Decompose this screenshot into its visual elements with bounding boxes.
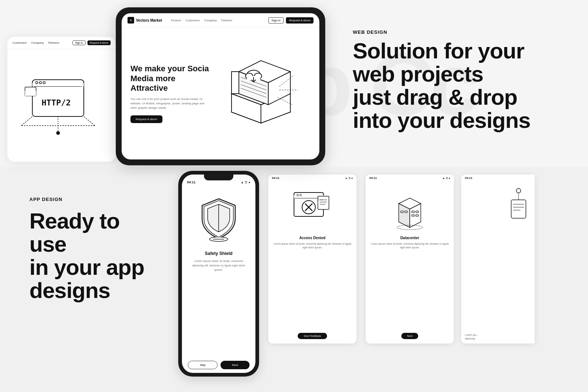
app-design-section-label: APP DESIGN (29, 197, 149, 202)
phone1-skip-button[interactable]: Skip (188, 361, 218, 369)
svg-rect-56 (416, 211, 419, 213)
left-card-demo-button[interactable]: Request A demo (87, 40, 111, 45)
tablet-screen: V Vectors Market Product Customers Compa… (122, 13, 319, 159)
svg-line-8 (84, 116, 95, 126)
left-nav-company: Company (31, 41, 44, 44)
datacenter-icon (388, 187, 432, 231)
web-design-text-area: WEB DESIGN Solution for your web project… (338, 29, 588, 132)
phone2-title: Access Denied (299, 236, 325, 240)
tablet-nav-customers: Customers (186, 19, 200, 22)
phone2-illustration (288, 185, 336, 233)
phone3-status-icons: ▲☰● (442, 177, 450, 180)
tablet-nav-items: Product Customers Company Partners (171, 19, 263, 22)
phone3-card: 04:11 ▲☰● (366, 175, 454, 344)
left-card-content: HTTP/2 (7, 49, 116, 162)
phone1-status-bar: 04:11 ▲☰● (182, 175, 255, 186)
shield-icon (195, 195, 243, 243)
phone1-content: Safety Shield Lorem ipsum dolor sit amet… (182, 186, 255, 357)
phone4-statusbar: 04:11 (461, 175, 535, 181)
phone3-illustration (386, 185, 434, 233)
phone3-time: 04:11 (369, 176, 377, 180)
svg-point-62 (516, 188, 521, 193)
phone2-body: Access Denied Lorem ipsum dolor sit amet… (268, 181, 356, 333)
phone2-status-icons: ▲☰● (345, 177, 353, 180)
tablet-nav-product: Product (171, 19, 181, 22)
tablet-hero-cta-button[interactable]: Request A demo (130, 115, 162, 123)
phone3-title: Datacenter (400, 236, 419, 240)
tablet-hero-text: We make your Socia Media more Attractive… (130, 35, 212, 152)
phone3-statusbar: 04:11 ▲☰● (366, 175, 454, 181)
left-nav-partners: Partners (48, 41, 59, 44)
tablet-logo-icon: V (128, 17, 134, 24)
phone3-desc: Lorem ipsum dolor sit amet, consecte dip… (371, 242, 449, 249)
tablet-demo-button[interactable]: Request A demo (286, 17, 313, 24)
svg-rect-57 (412, 215, 415, 216)
svg-rect-64 (511, 200, 526, 218)
svg-marker-19 (232, 72, 239, 94)
svg-rect-47 (318, 196, 329, 209)
tablet-logo: V Vectors Market (128, 17, 162, 24)
phone1-mockup: 04:11 ▲☰● (178, 171, 259, 377)
phone1-time: 04:11 (187, 180, 196, 184)
phone4-partial-icon (493, 185, 530, 229)
app-design-heading: Ready to use in your app designs (29, 209, 149, 302)
svg-point-12 (56, 131, 60, 135)
svg-line-7 (21, 116, 32, 126)
web-design-section-label: WEB DESIGN (353, 29, 573, 35)
tablet-hero-illustration (212, 35, 311, 152)
left-nav-customers: Customers (12, 41, 27, 44)
tablet-nav: V Vectors Market Product Customers Compa… (122, 13, 319, 28)
phone2-desc: Lorem ipsum dolor sit amet, consecte dip… (273, 242, 351, 249)
phone3-body: Datacenter Lorem ipsum dolor sit amet, c… (366, 181, 454, 333)
phone1-item-title: Safety Shield (205, 251, 232, 256)
tablet-nav-company: Company (204, 19, 216, 22)
phone1-screen: 04:11 ▲☰● (182, 175, 255, 373)
tablet-hero-title: We make your Socia Media more Attractive (130, 64, 212, 93)
phone4-time: 04:11 (465, 176, 472, 180)
svg-rect-59 (401, 211, 404, 213)
phone1-next-button[interactable]: Next (220, 361, 250, 369)
web-design-heading: Solution for your web projects just drag… (353, 39, 573, 132)
tablet-body: We make your Socia Media more Attractive… (122, 28, 319, 159)
svg-text:HTTP/2: HTTP/2 (42, 98, 71, 107)
tablet-brand-name: Vectors Market (136, 18, 162, 22)
phone4-desc-partial: Lorem ips...dipiscing (461, 330, 535, 344)
phone3-next-button[interactable]: Next (401, 333, 418, 339)
phones-area: 04:11 ▲☰● (167, 167, 588, 392)
left-card-mockup: Customers Company Partners Sign in Reque… (7, 37, 116, 162)
svg-rect-11 (25, 91, 36, 96)
center-tablet-mockup: V Vectors Market Product Customers Compa… (116, 7, 325, 165)
left-card-signin-button[interactable]: Sign in (72, 40, 85, 45)
bottom-section: APP DESIGN Ready to use in your app desi… (0, 167, 588, 392)
access-denied-icon (290, 189, 334, 229)
left-card-nav: Customers Company Partners Sign in Reque… (7, 37, 116, 49)
phone4-card: 04:11 Lorem ips...dipiscing (461, 175, 535, 344)
tablet-nav-partners: Partners (221, 19, 232, 22)
tablet-hero-subtitle: You can use it for your project such as … (130, 97, 212, 110)
laptop-cloud-svg (220, 57, 301, 130)
phone2-feedback-button[interactable]: Give Feedback (298, 333, 327, 339)
phone1-status-icons: ▲☰● (241, 181, 250, 184)
top-section: Customers Company Partners Sign in Reque… (0, 0, 588, 169)
phone1-illustration (191, 191, 246, 247)
phone1-buttons: Skip Next (182, 357, 255, 373)
app-design-text-area: APP DESIGN Ready to use in your app desi… (0, 167, 167, 392)
phone2-card: 04:11 ▲☰● (268, 175, 356, 344)
phone4-body (461, 181, 535, 330)
svg-rect-55 (412, 211, 415, 213)
svg-rect-58 (416, 215, 419, 216)
phone1-item-desc: Lorem ipsum dolor sit amet, consecte dip… (189, 259, 248, 272)
svg-rect-60 (405, 211, 408, 213)
phone2-statusbar: 04:11 ▲☰● (268, 175, 356, 181)
phone2-time: 04:11 (272, 176, 279, 180)
http2-illustration: HTTP/2 (21, 69, 102, 142)
tablet-signin-button[interactable]: Sign in (268, 17, 284, 24)
